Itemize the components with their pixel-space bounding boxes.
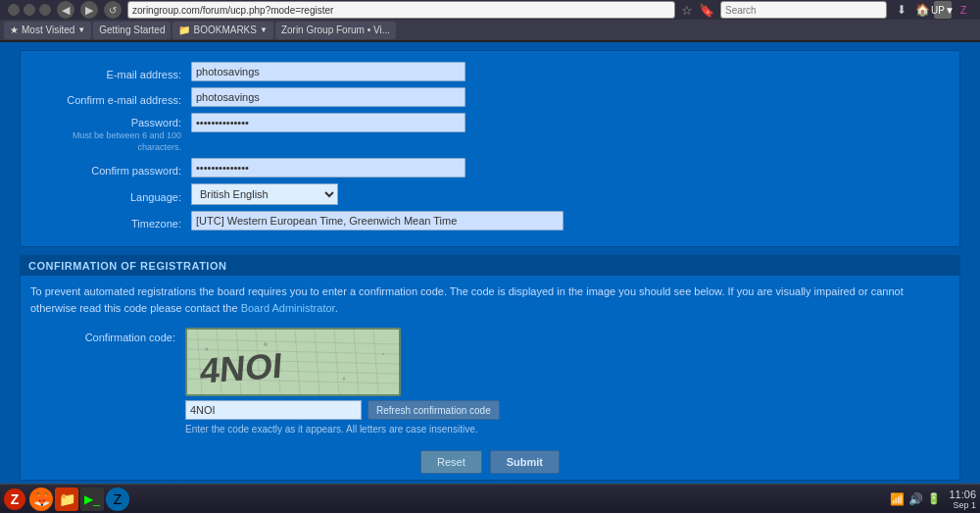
email-label: E-mail address:	[34, 63, 191, 80]
browser-icons: ⬇ 🏠 UP▼ Z	[893, 1, 972, 19]
bookmark-getting-started[interactable]: Getting Started	[93, 22, 171, 39]
captcha-input-row: Refresh confirmation code	[185, 400, 500, 420]
close-button[interactable]	[8, 4, 20, 16]
language-select[interactable]: British English	[191, 183, 338, 205]
submit-button[interactable]: Submit	[490, 450, 560, 474]
password-input[interactable]	[191, 113, 466, 132]
captcha-image: 4NOI	[185, 328, 401, 396]
confirm-password-label: Confirm password:	[34, 159, 191, 177]
date-display: Sep 1	[949, 500, 976, 510]
bookmark-icon[interactable]: 🔖	[699, 3, 714, 18]
bookmark-star-icon[interactable]: ☆	[681, 3, 693, 18]
taskbar-left: Z 🦊 📁 ▶_ Z	[4, 487, 890, 511]
board-admin-link[interactable]: Board Administrator	[241, 302, 335, 314]
dropdown-icon: ▼	[77, 26, 85, 34]
maximize-button[interactable]	[39, 4, 51, 16]
captcha-input[interactable]	[185, 400, 362, 420]
address-bar[interactable]	[127, 1, 675, 19]
svg-point-20	[264, 342, 268, 346]
zorin-settings-icon[interactable]: Z	[106, 487, 129, 511]
svg-text:4NOI: 4NOI	[199, 345, 284, 391]
network-icon[interactable]: 📶	[890, 492, 905, 506]
account-icon[interactable]: UP▼	[934, 1, 952, 19]
zorin-icon[interactable]: Z	[955, 1, 972, 19]
captcha-content: 4NOI Refresh confirmation code Enter the…	[185, 328, 500, 435]
dropdown-icon-2: ▼	[260, 26, 268, 34]
bookmark-bookmarks[interactable]: 📁 BOOKMARKS ▼	[172, 22, 272, 39]
svg-point-19	[230, 363, 232, 365]
reset-button[interactable]: Reset	[420, 450, 482, 474]
taskbar: Z 🦊 📁 ▶_ Z 📶 🔊 🔋 11:06 Sep 1	[0, 484, 980, 513]
registration-form-section: E-mail address: Confirm e-mail address: …	[20, 50, 960, 247]
home-icon[interactable]: 🏠	[913, 1, 931, 19]
timezone-input[interactable]	[191, 211, 564, 231]
confirm-email-label: Confirm e-mail address:	[34, 88, 191, 106]
password-label: Password: Must be between 6 and 100 char…	[34, 113, 191, 152]
refresh-captcha-button[interactable]: Refresh confirmation code	[368, 400, 500, 420]
title-bar: ◀ ▶ ↺ ☆ 🔖 ⬇ 🏠 UP▼ Z	[0, 0, 980, 20]
bookmark-zorin-forum[interactable]: Zorin Group Forum • Vi...	[275, 22, 396, 39]
form-fields: E-mail address: Confirm e-mail address: …	[21, 51, 959, 246]
battery-icon[interactable]: 🔋	[927, 492, 941, 505]
window-controls	[8, 4, 51, 16]
form-buttons: Reset Submit	[21, 442, 959, 480]
back-button[interactable]: ◀	[57, 1, 74, 19]
confirmation-header: CONFIRMATION OF REGISTRATION	[21, 256, 959, 276]
forward-button[interactable]: ▶	[80, 1, 98, 19]
minimize-button[interactable]	[24, 4, 35, 16]
time-display: 11:06	[949, 488, 976, 500]
captcha-description: To prevent automated registrations the b…	[21, 276, 959, 324]
confirmation-section: CONFIRMATION OF REGISTRATION To prevent …	[20, 255, 960, 481]
page-content: E-mail address: Confirm e-mail address: …	[0, 42, 980, 488]
confirm-email-input[interactable]	[191, 87, 466, 107]
system-tray: 📶 🔊 🔋	[890, 492, 941, 506]
folder-icon: 📁	[178, 25, 190, 35]
confirm-password-input[interactable]	[191, 158, 466, 178]
refresh-button[interactable]: ↺	[104, 1, 122, 19]
svg-point-21	[343, 378, 346, 381]
timezone-label: Timezone:	[34, 212, 191, 230]
volume-icon[interactable]: 🔊	[908, 492, 923, 506]
star-icon: ★	[10, 25, 19, 35]
firefox-icon[interactable]: 🦊	[29, 487, 53, 511]
bookmarks-bar: ★ Most Visited ▼ Getting Started 📁 BOOKM…	[0, 20, 980, 41]
email-input[interactable]	[191, 62, 466, 81]
taskbar-right: 📶 🔊 🔋 11:06 Sep 1	[890, 488, 976, 510]
language-label: Language:	[34, 185, 191, 203]
captcha-row: Confirmation code:	[21, 324, 959, 442]
terminal-icon[interactable]: ▶_	[80, 487, 104, 511]
download-icon[interactable]: ⬇	[893, 1, 910, 19]
zorin-app-icon[interactable]: Z	[4, 488, 25, 510]
svg-point-18	[206, 348, 209, 351]
browser-chrome: ◀ ▶ ↺ ☆ 🔖 ⬇ 🏠 UP▼ Z ★ Most Visited ▼ Get…	[0, 0, 980, 42]
taskbar-clock: 11:06 Sep 1	[949, 488, 976, 510]
search-input[interactable]	[720, 1, 887, 19]
files-icon[interactable]: 📁	[55, 487, 78, 511]
taskbar-app-icons: 🦊 📁 ▶_ Z	[29, 487, 129, 511]
captcha-code-label: Confirmation code:	[28, 328, 175, 343]
bookmark-most-visited[interactable]: ★ Most Visited ▼	[4, 22, 91, 39]
captcha-hint: Enter the code exactly as it appears. Al…	[185, 424, 500, 435]
svg-point-22	[382, 353, 384, 355]
